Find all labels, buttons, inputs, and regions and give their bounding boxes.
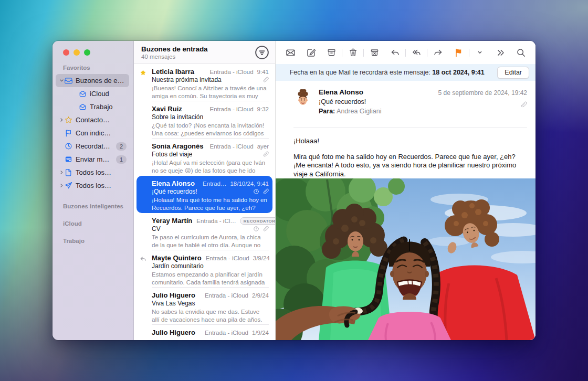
sidebar-section-trabajo[interactable]: Trabajo: [52, 227, 133, 244]
sidebar-item-recordatorios[interactable]: Recordat…2: [56, 140, 129, 153]
reply-all-button[interactable]: [410, 46, 423, 59]
reminder-text-label: Fecha en la que Mail te recordará este m…: [290, 69, 430, 76]
reminder-date: 18 oct 2024, 9:41: [432, 69, 484, 76]
message-mailbox: Entrad…: [198, 181, 226, 187]
sidebar-item-label: Todos los…: [76, 182, 127, 189]
reminder-banner: Fecha en la que Mail te recordará este m…: [276, 64, 536, 81]
attachment-paperclip-icon[interactable]: [520, 101, 527, 110]
email-header-meta: 5 de septiembre de 2024, 19:42: [438, 88, 527, 128]
message-list-pane: Buzones de entrada 40 mensajes Leticia I…: [134, 41, 276, 340]
chevron-right-icon[interactable]: [58, 183, 65, 188]
flag-options-icon: [477, 50, 482, 55]
toolbar-group: [284, 46, 297, 59]
minimize-button[interactable]: [74, 49, 80, 56]
sidebar-item-inbox-icloud[interactable]: iCloud: [56, 87, 129, 100]
compose-button[interactable]: [304, 46, 318, 59]
message-row[interactable]: Julio HigueroEntrada - iCloud2/9/24Viva …: [134, 288, 275, 325]
row-gutter: [134, 291, 152, 325]
sidebar-section-smart-mailboxes[interactable]: Buzones inteligentes: [52, 192, 133, 209]
message-row[interactable]: Julio HigueroEntrada - iCloud1/9/24: [134, 325, 275, 340]
message-preview: No sabes la envidia que me das. Estuve a…: [152, 308, 269, 324]
sidebar-item-contactos[interactable]: Contacto…: [56, 113, 129, 126]
row-gutter: [134, 217, 152, 250]
message-time: 2/9/24: [252, 292, 269, 299]
more-button[interactable]: [494, 46, 507, 59]
junk-icon: [370, 48, 380, 58]
email-sender[interactable]: Elena Alonso: [319, 88, 382, 96]
chevron-down-icon[interactable]: [58, 78, 65, 83]
message-time: 18/10/24, 9:41: [230, 181, 269, 187]
reply-all-icon: [412, 48, 422, 58]
email-body: ¡Holaaa! Mira qué foto me ha salido hoy …: [276, 128, 536, 178]
filter-button[interactable]: [254, 45, 270, 60]
edit-reminder-button[interactable]: Editar: [497, 67, 529, 79]
message-time: 9:41: [257, 69, 269, 75]
message-sender: Yeray Martín: [152, 217, 192, 225]
clock-icon: [65, 142, 76, 150]
row-gutter: [134, 329, 152, 340]
flag-options-button[interactable]: [473, 46, 487, 59]
archive-button[interactable]: [324, 46, 338, 59]
trash-button[interactable]: [346, 46, 360, 59]
send-later-icon: [65, 155, 76, 163]
message-preview: ¡Holaaa! Mira qué foto me ha salido hoy …: [152, 196, 269, 212]
trash-icon: [348, 48, 358, 58]
window-controls: [52, 41, 133, 56]
sidebar-item-todos-enviados[interactable]: Todos los…: [56, 179, 129, 192]
message-row[interactable]: Leticia IbarraEntrada - iCloud9:41Nuestr…: [134, 64, 275, 101]
unread-count-badge: 1: [116, 155, 127, 164]
message-time: 3/9/24: [253, 255, 270, 261]
compose-icon: [306, 48, 316, 58]
message-mailbox: Entrada - iCloud: [202, 255, 249, 261]
sidebar-item-label: Todos los…: [76, 168, 127, 176]
message-row-icons: [253, 188, 269, 195]
flag-icon: [454, 48, 464, 58]
email-header: Elena Alonso ¡Qué recuerdos! Para: Andre…: [276, 81, 536, 128]
unread-count-badge: 2: [116, 142, 127, 151]
message-row[interactable]: Xavi RuizEntrada - iCloud9:32Sobre la in…: [134, 101, 275, 139]
search-button[interactable]: [514, 46, 528, 59]
message-sender: Julio Higuero: [152, 329, 195, 336]
toolbar: [276, 41, 536, 64]
sidebar-item-inboxes[interactable]: Buzones de e…: [56, 74, 129, 87]
junk-button[interactable]: [368, 46, 381, 59]
message-row-icons: [262, 151, 269, 157]
message-preview: Te paso el currículum de Aurora, la chic…: [152, 234, 269, 249]
reply-button[interactable]: [388, 46, 402, 59]
message-sender: Leticia Ibarra: [152, 68, 194, 76]
get-mail-button[interactable]: [284, 46, 297, 59]
chevron-right-icon[interactable]: [58, 170, 65, 175]
row-gutter: [134, 142, 152, 176]
message-time: 9:32: [257, 106, 269, 112]
zoom-button[interactable]: [84, 49, 90, 56]
message-sender: Mayte Quintero: [152, 254, 202, 262]
message-row[interactable]: Elena AlonsoEntrad…18/10/24, 9:41¡Qué re…: [136, 176, 272, 213]
message-row[interactable]: Yeray MartínEntrada - iCl…RECORDATORIOCV…: [134, 213, 275, 250]
message-row[interactable]: Mayte QuinteroEntrada - iCloud3/9/24Jard…: [134, 250, 275, 288]
attachment-paperclip-icon: [262, 77, 269, 83]
list-title: Buzones de entrada: [141, 45, 207, 53]
inbox-tray-icon: [65, 77, 76, 84]
message-mailbox: Entrada - iCloud: [206, 69, 254, 75]
to-name[interactable]: Andrea Gigliani: [337, 108, 381, 115]
chevron-right-icon[interactable]: [58, 118, 65, 122]
sidebar-item-inbox-trabajo[interactable]: Trabajo: [56, 100, 129, 113]
sidebar-item-label: Con indic…: [76, 129, 127, 137]
sidebar-item-con-indicador[interactable]: Con indic…: [56, 126, 129, 140]
sidebar-item-label: Buzones de e…: [76, 77, 127, 84]
message-row-icons: [262, 77, 269, 83]
message-subject: Sobre la invitación: [152, 113, 203, 121]
toolbar-group: [304, 46, 318, 59]
flag-icon: [65, 129, 76, 137]
flag-button[interactable]: [452, 46, 465, 59]
mail-window: Favoritos Buzones de e…iCloudTrabajoCont…: [52, 41, 536, 340]
sidebar-section-icloud[interactable]: iCloud: [52, 209, 133, 227]
sidebar-item-enviar-mas-tarde[interactable]: Enviar m…1: [56, 153, 129, 166]
email-subject: ¡Qué recuerdos!: [319, 98, 382, 105]
toolbar-group: [452, 46, 487, 59]
message-row[interactable]: Sonia AragonésEntrada - iCloudayerFotos …: [134, 139, 275, 176]
forward-button[interactable]: [431, 46, 445, 59]
sidebar-item-todos-borradores[interactable]: Todos los…: [56, 166, 129, 179]
close-button[interactable]: [63, 49, 69, 56]
row-gutter: [134, 105, 152, 139]
